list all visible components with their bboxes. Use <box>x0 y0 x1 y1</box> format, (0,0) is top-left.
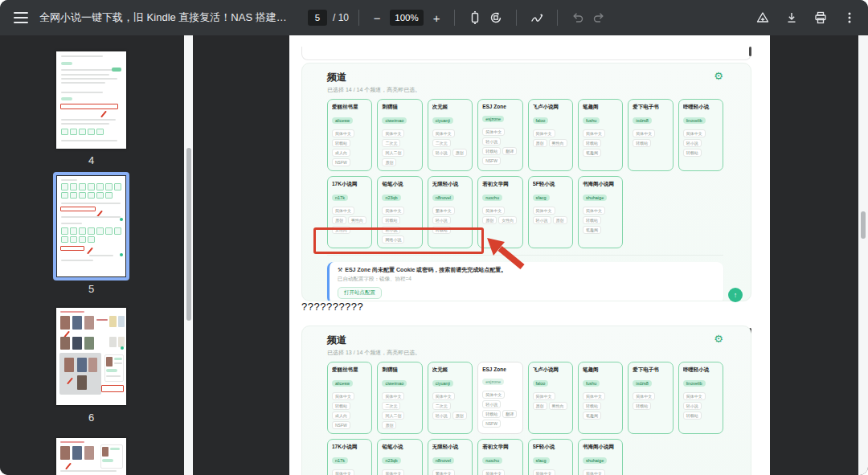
channel-tag: 简体中文 <box>633 392 655 400</box>
channel-card-sfacg[interactable]: SF轻小说sfacg简体中文轻小说原创 <box>528 176 573 248</box>
undo-icon[interactable] <box>567 7 588 28</box>
channel-card-faloo[interactable]: 飞卢小说网faloo简体中文原创男性向 <box>528 362 573 434</box>
channel-card-n23qb[interactable]: 铅笔小说n23qb简体中文转载站轻小说网络小说 <box>377 439 422 475</box>
thumbnail-art-shape <box>118 316 125 327</box>
channel-code-badge: linovelib <box>683 117 706 124</box>
channel-code-badge: n17k <box>332 457 348 464</box>
page-question-text: ?????????? <box>301 301 363 313</box>
thumbnail-art-shape <box>106 369 117 372</box>
embedded-scrollbar-thumb <box>749 47 751 56</box>
channel-tag: NSFW <box>332 158 350 166</box>
channel-card-esjzone[interactable]: ESJ Zoneesjzone简体中文轻小说转载站翻译NSFW <box>477 99 522 171</box>
channel-card-fushu[interactable]: 笔趣阁fushu简体中文转载站笔趣阁 <box>578 362 623 434</box>
channel-tag: NSFW <box>482 420 501 428</box>
channel-tags: 简体中文轻小说转载站 <box>683 392 719 420</box>
rotate-icon[interactable] <box>485 7 506 28</box>
channel-card-sfacg[interactable]: SF轻小说sfacg简体中文轻小说原创 <box>528 439 573 475</box>
channel-card-ixdzs8[interactable]: 爱下电子书ixdzs8简体中文转载站 <box>628 362 673 434</box>
channel-tag: 简体中文 <box>683 129 706 137</box>
channel-tag: 轻小说 <box>683 402 702 410</box>
channel-card-linovelib[interactable]: 哔哩轻小说linovelib简体中文轻小说转载站 <box>678 99 723 171</box>
channel-tag: 简体中文 <box>432 392 455 400</box>
redo-icon[interactable] <box>588 7 609 28</box>
channel-tags: 简体中文转载站笔趣阁 <box>583 207 618 234</box>
toolbar-divider <box>516 10 517 26</box>
channel-card-shuhaige[interactable]: 书海阁小说网shuhaige简体中文转载站笔趣阁 <box>578 176 623 248</box>
channel-tag: 简体中文 <box>583 469 605 475</box>
add-to-drive-icon[interactable] <box>752 7 773 28</box>
channel-card-ciyuanji[interactable]: 次元姬ciyuanji简体中文二次元轻小说原创 <box>428 362 473 434</box>
sidebar-scrollbar-thumb[interactable] <box>186 148 191 321</box>
channel-card-shuhaige[interactable]: 书海阁小说网shuhaige简体中文转载站笔趣阁 <box>578 439 623 475</box>
channel-tags: 简体中文原创女性向 <box>482 207 518 224</box>
channel-card-ciyuanji[interactable]: 次元姬ciyuanji简体中文二次元轻小说原创 <box>428 99 473 171</box>
menu-icon[interactable] <box>14 12 28 23</box>
channel-card-alicesw[interactable]: 爱丽丝书屋alicesw简体中文转载站成人向NSFW <box>327 99 372 171</box>
channel-card-linovelib[interactable]: 哔哩轻小说linovelib简体中文轻小说转载站 <box>678 362 723 434</box>
thumbnail-label-5: 5 <box>56 283 126 295</box>
open-site-config-button[interactable]: 打开站点配置 <box>338 287 382 299</box>
channel-card-ruochu[interactable]: 若初文学网ruochu简体中文原创女性向 <box>477 439 522 475</box>
settings-gear-icon[interactable]: ⚙ <box>714 71 723 81</box>
page-number-input[interactable]: 5 <box>308 10 327 26</box>
thumbnail-art-shape <box>61 216 121 218</box>
channel-card-ixdzs8[interactable]: 爱下电子书ixdzs8简体中文转载站 <box>628 99 673 171</box>
channel-code-badge: n17k <box>332 195 348 201</box>
channel-tags: 简体中文轻小说转载站翻译NSFW <box>482 391 518 428</box>
thumbnail-art-shape <box>70 236 77 243</box>
channel-name: 哔哩轻小说 <box>683 366 719 374</box>
channel-name: 书海阁小说网 <box>583 181 618 188</box>
channel-tag: 简体中文 <box>332 129 354 137</box>
thumbnail-art-shape <box>88 183 95 190</box>
channel-card-ciweimao[interactable]: 刺猬猫ciweimao简体中文二次元同人二创原创 <box>377 362 422 434</box>
fit-page-icon[interactable] <box>465 7 485 28</box>
thumbnail-art-shape <box>61 74 109 76</box>
more-options-icon[interactable] <box>839 7 860 28</box>
thumbnail-page-4[interactable] <box>56 51 126 149</box>
channel-tag: 男性向 <box>549 139 567 147</box>
annotate-pen-icon[interactable] <box>526 7 547 28</box>
thumbnail-art-shape <box>65 463 72 470</box>
thumbnail-art-shape <box>72 316 82 330</box>
channel-tags: 简体中文轻小说原创 <box>533 207 568 224</box>
channel-card-alicesw[interactable]: 爱丽丝书屋alicesw简体中文转载站成人向NSFW <box>327 362 372 434</box>
channel-tags: 简体中文转载站笔趣阁 <box>583 392 618 420</box>
channel-tag: 轻小说 <box>482 137 501 145</box>
sidebar-scrollbar-track[interactable] <box>184 35 193 475</box>
channel-tags: 简体中文原创女性向 <box>482 469 518 475</box>
channel-card-faloo[interactable]: 飞卢小说网faloo简体中文原创男性向 <box>528 99 573 171</box>
main-scrollbar-track[interactable] <box>858 35 868 475</box>
zoom-level-input[interactable]: 100% <box>390 10 424 26</box>
channel-tag: 原创 <box>533 402 547 410</box>
channel-card-ciweimao[interactable]: 刺猬猫ciweimao简体中文二次元同人二创原创 <box>377 99 422 171</box>
thumbnail-page-6[interactable] <box>56 308 126 405</box>
channel-card-n8novel[interactable]: 无限轻小说n8novel繁体中文轻小说转载站 <box>428 439 473 475</box>
settings-gear-icon[interactable]: ⚙ <box>714 334 723 344</box>
channel-card-fushu[interactable]: 笔趣阁fushu简体中文转载站笔趣阁 <box>578 99 623 171</box>
download-icon[interactable] <box>781 7 802 28</box>
thumbnail-art-shape <box>84 446 94 460</box>
zoom-in-button[interactable]: + <box>428 11 444 25</box>
scroll-to-top-button[interactable]: ↑ <box>728 288 743 302</box>
channels-subheader: 已选择 14 / 14 个频道，高亮即已选。 <box>327 86 420 94</box>
channel-tag: 简体中文 <box>332 392 354 400</box>
channel-card-n17k[interactable]: 17K小说网n17k简体中文原创男性向女性向 <box>327 439 372 475</box>
channel-card-esjzone[interactable]: ESJ Zoneesjzone简体中文轻小说转载站翻译NSFW <box>477 362 522 434</box>
thumbnail-art-shape <box>61 123 109 125</box>
channel-tag: 同人二创 <box>382 149 404 157</box>
thumbnail-page-7[interactable] <box>56 438 126 475</box>
print-icon[interactable] <box>810 7 831 28</box>
thumbnail-page-5[interactable] <box>57 176 125 276</box>
main-scrollbar-thumb[interactable] <box>861 211 866 239</box>
channel-name: ESJ Zone <box>482 366 518 372</box>
channel-code-badge: ciweimao <box>382 380 407 387</box>
thumbnail-annotation-box <box>60 104 118 109</box>
thumbnail-art-shape <box>120 253 123 256</box>
channel-tag: 转载站 <box>683 149 702 157</box>
zoom-out-button[interactable]: − <box>369 11 385 25</box>
channel-tag: 原创 <box>533 139 547 147</box>
thumbnail-art-shape <box>88 227 95 235</box>
channel-tag: 原创 <box>332 216 346 224</box>
thumbnail-art-shape <box>70 129 77 135</box>
channel-code-badge: esjzone <box>482 379 504 385</box>
